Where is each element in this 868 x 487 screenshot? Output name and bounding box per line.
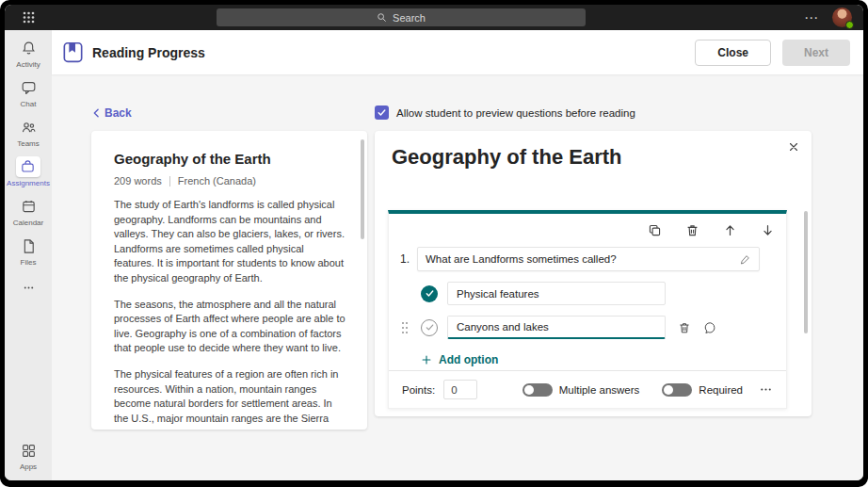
question-row: 1. What are Landforms sometimes called?	[400, 247, 775, 271]
app-header: Reading Progress Close Next	[52, 30, 863, 74]
teams-window: Search ⋯ A	[5, 5, 863, 480]
move-up-icon[interactable]	[723, 223, 737, 237]
word-count: 209 words	[114, 175, 162, 187]
sidebar-label: Chat	[21, 100, 37, 108]
options-list: Physical features	[421, 271, 775, 339]
passage-paragraph: The seasons, the atmosphere and all the …	[114, 298, 346, 356]
passage-card: Geography of the Earth 209 words French …	[91, 131, 367, 430]
search-area: Search	[52, 8, 750, 26]
reading-progress-icon	[61, 41, 85, 64]
sidebar-label: Activity	[16, 60, 40, 69]
teams-icon	[16, 117, 40, 138]
preview-checkbox-row[interactable]: Allow student to preview questions befor…	[375, 106, 635, 120]
passage-scrollbar[interactable]	[361, 139, 364, 239]
calendar-icon	[16, 196, 40, 217]
close-icon[interactable]	[787, 140, 800, 154]
sidebar-label: Files	[21, 258, 37, 267]
question-footer: Points: 0 Multiple answers	[389, 370, 786, 408]
top-bar: Search ⋯	[5, 5, 863, 30]
correct-answer-icon[interactable]	[421, 285, 438, 302]
window-frame: Search ⋯ A	[0, 0, 868, 487]
topbar-right: ⋯	[750, 8, 863, 27]
multiple-answers-toggle-group[interactable]: Multiple answers	[522, 383, 640, 397]
add-option-label: Add option	[439, 353, 498, 366]
required-toggle[interactable]	[662, 383, 692, 397]
search-placeholder: Search	[393, 12, 426, 24]
move-down-icon[interactable]	[761, 223, 775, 237]
required-toggle-group[interactable]: Required	[662, 383, 743, 397]
close-button[interactable]: Close	[695, 40, 771, 66]
plus-icon	[421, 354, 432, 365]
search-input[interactable]: Search	[217, 8, 586, 26]
sidebar-item-apps[interactable]: Apps	[16, 440, 40, 471]
search-icon	[377, 12, 387, 23]
app-launcher-button[interactable]	[5, 11, 52, 24]
passage-title: Geography of the Earth	[114, 151, 346, 167]
passage-paragraph: The physical features of a region are of…	[114, 367, 346, 430]
drag-handle-icon[interactable]	[401, 321, 409, 334]
preview-checkbox-label: Allow student to preview questions befor…	[396, 107, 635, 119]
meta-separator	[169, 176, 170, 187]
back-link[interactable]: Back	[91, 106, 132, 120]
edit-question-icon[interactable]	[739, 253, 751, 266]
header-buttons: Close Next	[695, 40, 850, 66]
quiz-card: Geography of the Earth	[375, 131, 812, 416]
sidebar-label: Teams	[17, 139, 40, 148]
option-text: Canyons and lakes	[457, 321, 549, 333]
multiple-answers-toggle[interactable]	[522, 383, 553, 397]
delete-icon[interactable]	[685, 223, 699, 237]
required-label: Required	[699, 384, 743, 396]
option-text: Physical features	[457, 288, 539, 300]
content-area: Back Allow student to preview questions …	[52, 74, 863, 480]
next-button[interactable]: Next	[782, 40, 850, 66]
sidebar-item-calendar[interactable]: Calendar	[13, 196, 43, 227]
option-text-input-editing[interactable]: Canyons and lakes	[447, 316, 666, 339]
bell-icon	[16, 38, 40, 58]
sidebar-item-chat[interactable]: Chat	[16, 77, 40, 108]
waffle-icon	[23, 11, 35, 24]
back-label: Back	[104, 106, 132, 120]
check-icon	[377, 107, 387, 118]
apps-icon	[16, 440, 40, 461]
sidebar-label: Apps	[20, 463, 37, 471]
passage-meta: 209 words French (Canada)	[114, 175, 346, 187]
app-rail: Activity Chat	[5, 30, 52, 480]
points-value: 0	[451, 384, 457, 396]
question-text-input[interactable]: What are Landforms sometimes called?	[417, 247, 760, 271]
question-toolbar	[400, 223, 775, 237]
points-label: Points:	[402, 384, 435, 396]
option-row-correct: Physical features	[421, 282, 775, 305]
question-more-icon[interactable]	[759, 382, 773, 397]
question-text: What are Landforms sometimes called?	[426, 253, 617, 265]
passage-language: French (Canada)	[178, 175, 256, 187]
feedback-icon[interactable]	[703, 321, 716, 334]
copy-icon[interactable]	[648, 223, 662, 237]
sidebar-item-more[interactable]	[16, 277, 40, 298]
points-input[interactable]: 0	[443, 380, 477, 399]
sidebar-item-activity[interactable]: Activity	[16, 38, 40, 69]
multiple-answers-label: Multiple answers	[559, 384, 640, 396]
answer-check-icon[interactable]	[421, 319, 438, 336]
files-icon	[16, 235, 40, 256]
question-number: 1.	[400, 252, 417, 266]
avatar[interactable]	[832, 8, 852, 27]
presence-available-dot	[845, 21, 854, 29]
delete-option-icon[interactable]	[678, 321, 691, 334]
page-title: Reading Progress	[92, 45, 205, 60]
assignments-icon	[16, 156, 40, 177]
chat-icon	[16, 77, 40, 98]
preview-checkbox[interactable]	[375, 106, 389, 120]
sidebar-item-assignments[interactable]: Assignments	[7, 156, 50, 187]
option-row-editing: Canyons and lakes	[421, 316, 775, 339]
sidebar-item-teams[interactable]: Teams	[16, 117, 40, 148]
sidebar-item-files[interactable]: Files	[16, 235, 40, 267]
quiz-scrollbar[interactable]	[804, 211, 808, 333]
topbar-more-button[interactable]: ⋯	[804, 13, 819, 23]
passage-paragraph: The study of Earth's landforms is called…	[114, 198, 346, 286]
main-area: Reading Progress Close Next Back	[52, 30, 863, 480]
option-text-input[interactable]: Physical features	[447, 282, 666, 305]
chevron-left-icon	[91, 107, 101, 119]
add-option-button[interactable]: Add option	[421, 353, 498, 366]
sidebar-label: Calendar	[13, 219, 43, 227]
question-editor-card: 1. What are Landforms sometimes called?	[388, 210, 787, 409]
